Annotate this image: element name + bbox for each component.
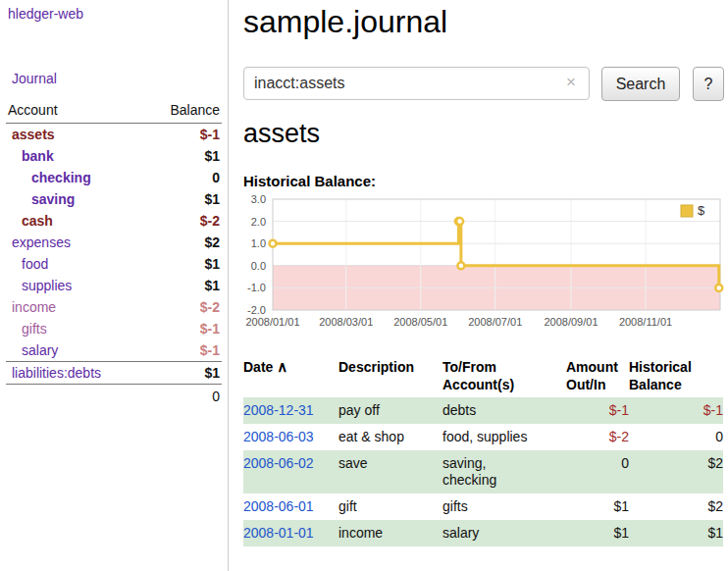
txn-row: 2008-06-03eat & shopfood, supplies$-20: [243, 424, 723, 450]
account-row: saving$1: [6, 188, 222, 210]
account-link[interactable]: liabilities:debts: [8, 365, 101, 381]
account-row: income$-2: [6, 296, 222, 318]
account-balance: $-2: [200, 213, 220, 229]
account-balance: 0: [212, 170, 220, 185]
txn-historical-balance: $-1: [629, 397, 723, 424]
column-header-balance: Historical Balance: [629, 355, 723, 397]
account-row: cash$-2: [6, 210, 222, 232]
account-link[interactable]: cash: [8, 213, 53, 229]
y-axis-tick-label: -1.0: [247, 282, 266, 293]
account-column-header: Account: [8, 102, 58, 118]
account-balance: $-1: [200, 127, 220, 142]
txn-date-link[interactable]: 2008-01-01: [243, 525, 314, 541]
account-balance: $-2: [200, 299, 220, 315]
txn-amount: $-2: [566, 424, 629, 450]
data-point-marker: [456, 218, 463, 225]
main-content: sample.journal × Search ? assets Histori…: [230, 0, 728, 571]
account-link[interactable]: bank: [8, 148, 54, 164]
transactions-header-row: Date ∧ Description To/From Account(s) Am…: [243, 355, 723, 397]
account-balance: $1: [204, 148, 220, 164]
search-button[interactable]: Search: [601, 67, 680, 101]
account-link[interactable]: assets: [8, 127, 55, 142]
accounts-panel: Account Balance assets$-1bank$1checking0…: [6, 102, 222, 408]
y-axis-tick-label: 2.0: [251, 216, 266, 228]
account-link[interactable]: supplies: [8, 278, 72, 293]
account-row: liabilities:debts$1: [6, 361, 222, 385]
account-link[interactable]: salary: [8, 342, 58, 358]
account-link[interactable]: food: [8, 256, 48, 272]
page-title: sample.journal: [243, 0, 447, 43]
account-row: salary$-1: [6, 339, 222, 361]
search-form: × Search ?: [243, 67, 728, 102]
account-balance: $1: [204, 256, 220, 272]
txn-date-link[interactable]: 2008-12-31: [243, 402, 314, 418]
search-input[interactable]: [243, 67, 590, 100]
txn-date-link[interactable]: 2008-06-01: [243, 498, 314, 514]
account-row: bank$1: [6, 145, 222, 167]
account-link[interactable]: income: [8, 299, 56, 315]
y-axis-tick-label: 3.0: [251, 193, 266, 205]
account-balance: $1: [204, 365, 220, 381]
account-row: assets$-1: [6, 124, 222, 145]
txn-description: save: [338, 450, 442, 493]
column-header-amount: Amount Out/In: [566, 355, 629, 397]
txn-historical-balance: $1: [629, 520, 723, 546]
account-link[interactable]: saving: [8, 191, 75, 207]
balance-header-line1: Historical: [629, 358, 723, 376]
accounts-header-line2: Account(s): [442, 376, 566, 393]
x-axis-tick-label: 2008/11/01: [619, 316, 672, 328]
txn-amount: $1: [566, 520, 629, 546]
x-axis-tick-label: 2008/07/01: [468, 316, 522, 328]
account-heading: assets: [243, 116, 320, 151]
sidebar: hledger-web Journal Account Balance asse…: [0, 0, 229, 571]
txn-accounts: debts: [442, 397, 566, 424]
account-link[interactable]: expenses: [8, 234, 71, 250]
account-balance: $-1: [200, 321, 220, 337]
app-brand-link[interactable]: hledger-web: [8, 6, 83, 22]
txn-description: eat & shop: [338, 424, 442, 450]
chart-title: Historical Balance:: [243, 173, 376, 189]
account-balance: $-1: [200, 342, 220, 358]
column-header-description: Description: [338, 355, 442, 397]
clear-search-icon[interactable]: ×: [566, 73, 576, 92]
legend-swatch: [681, 205, 693, 217]
txn-historical-balance: 0: [629, 424, 723, 450]
sort-ascending-icon: ∧: [277, 358, 287, 375]
x-axis-tick-label: 2008/03/01: [319, 316, 373, 328]
accounts-tree: assets$-1bank$1checking0saving$1cash$-2e…: [6, 124, 222, 385]
account-link[interactable]: checking: [8, 170, 91, 185]
sidebar-item-journal[interactable]: Journal: [12, 71, 57, 86]
y-axis-tick-label: 1.0: [251, 237, 266, 249]
date-header-label: Date: [243, 359, 273, 375]
txn-accounts: gifts: [442, 493, 566, 520]
accounts-header-line1: To/From: [442, 358, 566, 376]
transactions-table: Date ∧ Description To/From Account(s) Am…: [243, 355, 723, 546]
txn-row: 2008-06-01giftgifts$1$2: [243, 493, 723, 520]
account-balance: $2: [204, 234, 220, 250]
txn-amount: $1: [566, 493, 629, 520]
txn-description: income: [338, 520, 442, 546]
account-row: food$1: [6, 253, 222, 275]
transactions-body: 2008-12-31pay offdebts$-1$-12008-06-03ea…: [243, 397, 723, 546]
account-balance: $1: [204, 278, 220, 293]
txn-amount: $-1: [566, 397, 629, 424]
txn-date-link[interactable]: 2008-06-02: [243, 455, 314, 471]
column-header-date[interactable]: Date ∧: [243, 355, 338, 397]
txn-row: 2008-01-01incomesalary$1$1: [243, 520, 723, 546]
account-link[interactable]: gifts: [8, 321, 47, 337]
txn-date-link[interactable]: 2008-06-03: [243, 429, 314, 444]
column-header-accounts: To/From Account(s): [442, 355, 566, 397]
historical-balance-chart[interactable]: 2008/01/012008/03/012008/05/012008/07/01…: [237, 193, 728, 331]
account-row: expenses$2: [6, 232, 222, 253]
help-button[interactable]: ?: [693, 67, 724, 101]
txn-historical-balance: $2: [629, 450, 723, 493]
data-point-marker: [270, 240, 277, 247]
txn-description: pay off: [338, 397, 442, 424]
account-balance: $1: [204, 191, 220, 207]
account-row: gifts$-1: [6, 318, 222, 339]
txn-description: gift: [338, 493, 442, 520]
x-axis-tick-label: 2008/05/01: [393, 316, 447, 328]
balance-column-header: Balance: [170, 102, 220, 118]
txn-row: 2008-12-31pay offdebts$-1$-1: [243, 397, 723, 424]
balance-header-line2: Balance: [629, 376, 723, 393]
